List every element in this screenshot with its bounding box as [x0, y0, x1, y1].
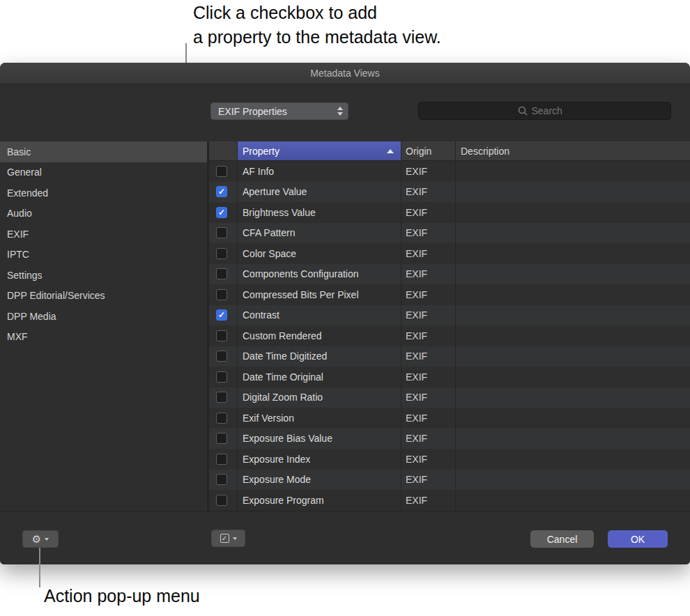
ok-button-label: OK: [631, 534, 645, 545]
property-cell[interactable]: Date Time Original: [237, 367, 401, 387]
sidebar-item-label: Basic: [7, 146, 31, 157]
property-cell[interactable]: Digital Zoom Ratio: [237, 387, 401, 408]
row-checkbox[interactable]: ✓: [216, 207, 227, 218]
table-row: Exposure Bias ValueEXIF: [209, 429, 690, 449]
sidebar-item-dpp-media[interactable]: DPP Media: [0, 306, 207, 327]
row-checkbox[interactable]: ✓: [216, 186, 227, 197]
table-row: Date Time OriginalEXIF: [209, 367, 690, 387]
origin-cell: EXIF: [401, 470, 455, 491]
content-area: BasicGeneralExtendedAudioEXIFIPTCSetting…: [0, 141, 690, 511]
property-cell[interactable]: Color Space: [237, 243, 401, 264]
sidebar-item-exif[interactable]: EXIF: [0, 224, 207, 245]
sidebar-item-basic[interactable]: Basic: [0, 141, 207, 162]
origin-cell: EXIF: [401, 202, 455, 223]
sidebar-item-label: EXIF: [7, 229, 29, 240]
annotation-top: Click a checkbox to add a property to th…: [193, 1, 441, 49]
title-bar[interactable]: Metadata Views: [0, 63, 690, 84]
row-checkbox[interactable]: [216, 474, 227, 485]
sidebar-item-label: Extended: [7, 187, 48, 199]
sidebar-item-general[interactable]: General: [0, 162, 207, 183]
sidebar-item-label: IPTC: [7, 249, 29, 260]
checkbox-cell: ✓: [209, 305, 237, 326]
sidebar-item-label: Settings: [7, 270, 43, 281]
origin-cell: EXIF: [401, 161, 455, 182]
checkbox-cell: [209, 264, 237, 285]
row-checkbox[interactable]: [216, 495, 227, 506]
sidebar-item-dpp-editorial-services[interactable]: DPP Editorial/Services: [0, 286, 207, 307]
checkbox-cell: [209, 346, 237, 367]
row-checkbox[interactable]: [216, 413, 227, 424]
row-checkbox[interactable]: [216, 248, 227, 259]
row-checkbox[interactable]: [216, 166, 227, 177]
sidebar-item-audio[interactable]: Audio: [0, 203, 207, 224]
description-cell: [455, 408, 690, 429]
property-cell[interactable]: Exposure Index: [237, 449, 401, 470]
checkbox-icon: ✓: [220, 534, 229, 543]
origin-cell: EXIF: [401, 367, 455, 387]
metadata-views-dialog: Metadata Views EXIF Properties BasicGene…: [0, 63, 690, 564]
property-cell[interactable]: Exposure Bias Value: [237, 429, 401, 449]
sidebar-item-label: DPP Editorial/Services: [7, 290, 105, 301]
header-origin-label: Origin: [406, 146, 431, 157]
sidebar-item-mxf[interactable]: MXF: [0, 327, 207, 348]
view-popup-button[interactable]: EXIF Properties: [210, 102, 348, 120]
table-row: Compressed Bits Per PixelEXIF: [209, 284, 690, 305]
property-cell[interactable]: Custom Rendered: [237, 325, 401, 346]
row-checkbox[interactable]: [216, 289, 227, 300]
row-checkbox[interactable]: [216, 351, 227, 362]
property-cell[interactable]: Date Time Digitized: [237, 346, 401, 367]
description-cell: [455, 449, 690, 470]
row-checkbox[interactable]: [216, 433, 227, 444]
row-checkbox[interactable]: [216, 268, 227, 279]
description-cell: [455, 325, 690, 346]
sidebar-item-extended[interactable]: Extended: [0, 183, 207, 203]
table-row: Exposure ModeEXIF: [209, 470, 690, 491]
property-cell[interactable]: AF Info: [237, 161, 401, 182]
row-checkbox[interactable]: [216, 371, 227, 383]
property-cell[interactable]: Contrast: [237, 305, 401, 326]
checkbox-popup-button[interactable]: ✓: [211, 530, 245, 547]
property-cell[interactable]: Exif Version: [237, 408, 401, 429]
property-cell[interactable]: Exposure Program: [237, 490, 401, 511]
action-popup-button[interactable]: ⚙: [22, 530, 59, 548]
search-field[interactable]: [418, 102, 671, 120]
header-description[interactable]: Description: [455, 141, 690, 160]
header-description-label: Description: [461, 146, 509, 157]
table-row: ✓Aperture ValueEXIF: [209, 182, 690, 203]
chevron-down-icon: [45, 538, 49, 541]
row-checkbox[interactable]: [216, 454, 227, 465]
origin-cell: EXIF: [401, 408, 455, 429]
property-cell[interactable]: Aperture Value: [237, 182, 401, 203]
sidebar-item-iptc[interactable]: IPTC: [0, 245, 207, 265]
row-checkbox[interactable]: [216, 330, 227, 341]
checkbox-cell: [209, 284, 237, 305]
checkbox-cell: [209, 161, 237, 182]
cancel-button[interactable]: Cancel: [530, 530, 594, 548]
row-checkbox[interactable]: [216, 227, 227, 238]
column-separator: [237, 141, 238, 511]
table-row: Exif VersionEXIF: [209, 408, 690, 429]
page: Click a checkbox to add a property to th…: [0, 0, 690, 616]
row-checkbox[interactable]: ✓: [216, 309, 227, 321]
search-input[interactable]: [532, 105, 572, 116]
origin-cell: EXIF: [401, 182, 455, 203]
description-cell: [455, 305, 690, 326]
property-cell[interactable]: Exposure Mode: [237, 470, 401, 491]
property-cell[interactable]: CFA Pattern: [237, 223, 401, 244]
property-cell[interactable]: Components Configuration: [237, 264, 401, 285]
sidebar-item-settings[interactable]: Settings: [0, 265, 207, 286]
table-row: ✓Brightness ValueEXIF: [209, 202, 690, 223]
ok-button[interactable]: OK: [608, 530, 668, 548]
property-cell[interactable]: Brightness Value: [237, 202, 401, 223]
footer-bar: ⚙ ✓ Cancel OK: [0, 511, 690, 564]
origin-cell: EXIF: [401, 490, 455, 511]
header-property[interactable]: Property: [237, 141, 401, 160]
property-cell[interactable]: Compressed Bits Per Pixel: [237, 284, 401, 305]
gear-icon: ⚙: [32, 534, 41, 544]
checkbox-cell: ✓: [209, 202, 237, 223]
row-checkbox[interactable]: [216, 392, 227, 403]
header-origin[interactable]: Origin: [401, 141, 455, 160]
stepper-icon: [337, 107, 343, 116]
sidebar-item-label: General: [7, 167, 42, 178]
annotation-top-line2: a property to the metadata view.: [193, 25, 441, 49]
